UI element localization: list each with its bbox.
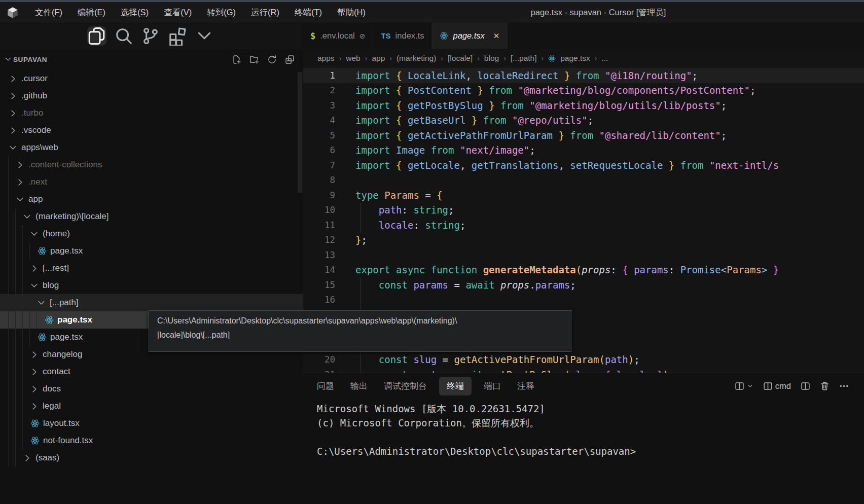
terminal-line: (c) Microsoft Corporation。保留所有权利。 bbox=[317, 416, 864, 430]
tab-index.ts[interactable]: TSindex.ts bbox=[373, 23, 432, 49]
tree-item-contact[interactable]: contact bbox=[0, 363, 303, 380]
code-line-20[interactable]: 20 const slug = getActivePathFromUrlPara… bbox=[303, 352, 864, 368]
breadcrumb-segment-blog[interactable]: blog bbox=[484, 54, 499, 63]
tree-item-page.tsx[interactable]: page.tsx bbox=[0, 242, 303, 260]
panel-tab-调试控制台[interactable]: 调试控制台 bbox=[384, 380, 427, 392]
menu-item-S[interactable]: 选择(S) bbox=[113, 7, 156, 18]
search-icon[interactable] bbox=[114, 26, 133, 46]
breadcrumb-segment-page.tsx[interactable]: page.tsx bbox=[560, 54, 590, 63]
tree-item-legal[interactable]: legal bbox=[0, 398, 303, 415]
kill-terminal-button[interactable] bbox=[820, 381, 830, 391]
tree-item-label: (marketing)\[locale] bbox=[35, 211, 109, 222]
split-terminal-button[interactable] bbox=[735, 381, 753, 391]
menu-item-R[interactable]: 运行(R) bbox=[243, 7, 287, 18]
code-line-13[interactable]: 13 bbox=[303, 247, 864, 263]
tab-page.tsx[interactable]: page.tsx✕ bbox=[432, 23, 508, 49]
tree-item-.next[interactable]: .next bbox=[0, 173, 303, 191]
code-line-9[interactable]: 9type Params = { bbox=[303, 188, 864, 203]
explorer-icon[interactable] bbox=[87, 26, 106, 46]
breadcrumb-separator: › bbox=[503, 54, 506, 62]
code-line-8[interactable]: 8 bbox=[303, 173, 864, 188]
chevron-down-icon bbox=[37, 298, 46, 308]
chevron-down-icon[interactable] bbox=[195, 26, 214, 46]
panel-tab-输出[interactable]: 输出 bbox=[350, 380, 368, 392]
tree-item-.github[interactable]: .github bbox=[0, 87, 303, 104]
refresh-icon[interactable] bbox=[267, 55, 277, 64]
code-line-3[interactable]: 3import { getPostBySlug } from "@marketi… bbox=[303, 98, 864, 113]
terminal-output[interactable]: Microsoft Windows [版本 10.0.22631.5472](c… bbox=[303, 399, 864, 458]
chevron-down-icon[interactable] bbox=[4, 55, 12, 63]
code-line-1[interactable]: 1import { LocaleLink, localeRedirect } f… bbox=[303, 68, 864, 83]
code-line-5[interactable]: 5import { getActivePathFromUrlParam } fr… bbox=[303, 128, 864, 143]
breadcrumb-separator: › bbox=[595, 54, 597, 62]
tree-item-label: app bbox=[28, 194, 43, 204]
tree-item-[...path][interactable]: [...path] bbox=[0, 294, 303, 311]
new-folder-icon[interactable] bbox=[249, 55, 259, 64]
more-actions-button[interactable] bbox=[839, 381, 849, 391]
new-file-icon[interactable] bbox=[232, 55, 241, 64]
panel-tab-注释[interactable]: 注释 bbox=[517, 380, 534, 392]
code-line-10[interactable]: 10 path: string; bbox=[303, 203, 864, 218]
code-line-11[interactable]: 11 locale: string; bbox=[303, 218, 864, 233]
collapse-all-icon[interactable] bbox=[285, 55, 295, 64]
close-icon[interactable]: ✕ bbox=[493, 31, 500, 41]
menu-item-V[interactable]: 查看(V) bbox=[156, 7, 199, 18]
code-line-21[interactable]: 21 const post = await getPostBySlug(slug… bbox=[303, 367, 864, 373]
breadcrumb-segment-(marketing)[interactable]: (marketing) bbox=[397, 54, 436, 63]
menu-item-E[interactable]: 编辑(E) bbox=[70, 7, 113, 18]
source-control-icon[interactable] bbox=[141, 26, 160, 46]
tree-item-label: [...rest] bbox=[43, 263, 69, 273]
sidebar-scrollbar[interactable] bbox=[298, 72, 302, 193]
chevron-down-icon bbox=[15, 195, 25, 204]
tree-item-not-found.tsx[interactable]: not-found.tsx bbox=[0, 432, 303, 449]
code-line-6[interactable]: 6import Image from "next/image"; bbox=[303, 143, 864, 158]
tab-.env.local[interactable]: $.env.local⊘ bbox=[303, 23, 373, 49]
breadcrumb-separator: › bbox=[389, 54, 392, 62]
tree-item-apps\web[interactable]: apps\web bbox=[0, 139, 303, 156]
tree-item-.turbo[interactable]: .turbo bbox=[0, 104, 303, 122]
chevron-down-icon bbox=[29, 229, 39, 239]
panel-tab-终端[interactable]: 终端 bbox=[439, 377, 472, 395]
split-panel-button[interactable] bbox=[801, 381, 810, 391]
typescript-file-icon: TS bbox=[381, 32, 390, 40]
breadcrumb-segment-app[interactable]: app bbox=[372, 54, 385, 63]
code-line-4[interactable]: 4import { getBaseUrl } from "@repo/utils… bbox=[303, 113, 864, 128]
chevron-right-icon bbox=[29, 384, 39, 394]
code-line-14[interactable]: 14export async function generateMetadata… bbox=[303, 263, 864, 278]
explorer-title: SUPAVAN bbox=[13, 56, 47, 63]
tree-item-[...rest][interactable]: [...rest] bbox=[0, 260, 303, 277]
code-line-15[interactable]: 15 const params = await props.params; bbox=[303, 277, 864, 293]
breadcrumb-segment-[...path][interactable]: [...path] bbox=[511, 54, 537, 63]
chevron-right-icon bbox=[29, 350, 39, 359]
breadcrumb-segment-web[interactable]: web bbox=[346, 54, 360, 63]
tree-item-(marketing)\[locale][interactable]: (marketing)\[locale] bbox=[0, 208, 303, 225]
extensions-icon[interactable] bbox=[168, 26, 187, 46]
tree-item-.content-collections[interactable]: .content-collections bbox=[0, 156, 303, 173]
breadcrumb-segment-...[interactable]: ... bbox=[601, 54, 608, 63]
panel-tab-端口[interactable]: 端口 bbox=[484, 380, 501, 392]
code-line-2[interactable]: 2import { PostContent } from "@marketing… bbox=[303, 83, 864, 98]
menu-item-F[interactable]: 文件(F) bbox=[27, 7, 70, 18]
tree-item-(home)[interactable]: (home) bbox=[0, 225, 303, 242]
tree-item-layout.tsx[interactable]: layout.tsx bbox=[0, 415, 303, 432]
file-path-tooltip: C:\Users\Administrator\Desktop\clc\supas… bbox=[149, 310, 571, 352]
tree-item-app[interactable]: app bbox=[0, 191, 303, 208]
breadcrumb-segment-[locale][interactable]: [locale] bbox=[448, 54, 473, 63]
code-line-7[interactable]: 7import { getLocale, getTranslations, se… bbox=[303, 158, 864, 173]
tree-item-.vscode[interactable]: .vscode bbox=[0, 122, 303, 139]
terminal-profile-cmd[interactable]: cmd bbox=[763, 381, 791, 391]
breadcrumb-segment-apps[interactable]: apps bbox=[317, 54, 335, 63]
menu-item-G[interactable]: 转到(G) bbox=[199, 7, 243, 18]
tree-item-.cursor[interactable]: .cursor bbox=[0, 70, 303, 87]
menu-item-H[interactable]: 帮助(H) bbox=[330, 7, 373, 18]
code-line-16[interactable]: 16 bbox=[303, 293, 864, 308]
menu-item-T[interactable]: 终端(T) bbox=[287, 7, 330, 18]
explorer-header: SUPAVAN bbox=[0, 49, 303, 70]
tree-item-(saas)[interactable]: (saas) bbox=[0, 449, 303, 466]
panel-tab-问题[interactable]: 问题 bbox=[317, 380, 334, 392]
tree-item-docs[interactable]: docs bbox=[0, 380, 303, 398]
tree-item-blog[interactable]: blog bbox=[0, 277, 303, 294]
code-line-12[interactable]: 12}; bbox=[303, 233, 864, 248]
react-file-icon bbox=[30, 436, 40, 445]
tree-item-label: .content-collections bbox=[28, 160, 102, 170]
